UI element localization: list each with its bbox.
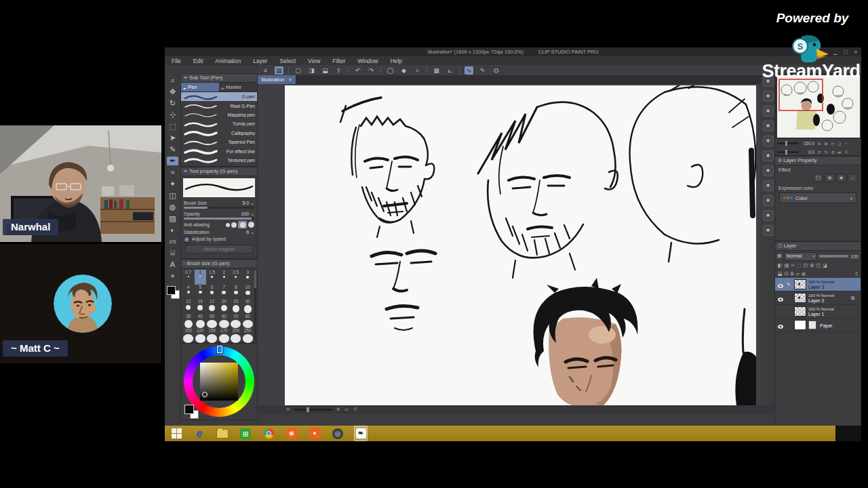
- pen-tool-icon[interactable]: ✒: [167, 157, 178, 165]
- redo-icon[interactable]: ↷: [367, 66, 376, 75]
- menu-view[interactable]: View: [308, 58, 320, 64]
- status-zoom-slider[interactable]: [294, 409, 332, 411]
- layer-tool-icon-3[interactable]: ✂: [791, 263, 795, 268]
- hue-marker[interactable]: [217, 346, 222, 353]
- vector-magnet-button[interactable]: Vector magnet: [185, 245, 253, 253]
- open-file-icon[interactable]: ◨: [307, 66, 316, 75]
- layer-row-layer1[interactable]: 100 % Normal Layer 1: [775, 305, 861, 319]
- brush-size-stepper[interactable]: 5.0⌄: [242, 201, 254, 206]
- status-zoom-in-icon[interactable]: ⊕: [336, 407, 340, 412]
- workspace-icon[interactable]: ▤: [275, 66, 283, 75]
- rotate-tool-icon[interactable]: ↻: [167, 99, 178, 108]
- material-tab-icon-3[interactable]: ▣: [763, 106, 774, 117]
- material-tab-icon-6[interactable]: ▣: [763, 150, 774, 161]
- foreground-color-swatch[interactable]: [184, 405, 194, 414]
- expression-color-dropdown[interactable]: Color ▾: [779, 192, 856, 203]
- brush-size-25[interactable]: 25: [230, 299, 242, 314]
- brush-size-150[interactable]: 150: [206, 328, 218, 343]
- brush-size-50[interactable]: 50: [206, 314, 218, 329]
- layer-action-icon-4[interactable]: ▱: [796, 271, 800, 277]
- effect-button-1[interactable]: ◯: [813, 174, 823, 182]
- brush-item-mapping-pen[interactable]: Mapping pen: [181, 110, 257, 119]
- brush-size-60[interactable]: 60: [218, 314, 231, 329]
- brush-size-30[interactable]: 30: [242, 299, 254, 314]
- spiral-app-icon[interactable]: ◎: [331, 427, 344, 440]
- brush-size-slider[interactable]: [184, 207, 254, 209]
- canvas-tab[interactable]: Illustration ✕: [258, 75, 296, 84]
- brush-size-7[interactable]: 7: [218, 285, 231, 300]
- navigator-rotate-icon-1[interactable]: ↺: [816, 150, 822, 155]
- save-icon[interactable]: ⬓: [321, 66, 330, 75]
- brush-item-for-effect-line[interactable]: For effect line: [181, 146, 257, 155]
- navigator-rotate-icon-4[interactable]: ⇄: [837, 150, 842, 155]
- selection-tool-icon[interactable]: ⬚: [167, 122, 178, 131]
- brush-size-250[interactable]: 250: [242, 328, 254, 343]
- navigator-rotate-icon-2[interactable]: ↻: [823, 150, 829, 155]
- brush-size-2.5[interactable]: 2.5: [230, 270, 242, 285]
- navigator-zoom-icon-1[interactable]: ⊖: [816, 141, 822, 146]
- adjust-by-speed-checkbox[interactable]: ✓: [184, 237, 190, 243]
- foreground-color-swatch[interactable]: [167, 286, 176, 295]
- layer-row-layer3[interactable]: ✎ 100 % Normal Layer 3: [775, 278, 861, 291]
- internet-explorer-icon[interactable]: e: [193, 427, 206, 440]
- pen-pressure-icon[interactable]: ✎: [478, 66, 487, 75]
- menu-window[interactable]: Window: [357, 58, 378, 64]
- layer-opacity-slider[interactable]: [819, 255, 849, 258]
- airbrush-tool-icon[interactable]: ≈: [167, 168, 178, 177]
- layer-action-icon-1[interactable]: ⬓: [778, 271, 783, 277]
- text-tool-icon[interactable]: A: [167, 260, 178, 269]
- brush-size-17[interactable]: 17: [206, 299, 218, 314]
- layer-action-icon-5[interactable]: ◍: [802, 271, 806, 277]
- layer-tool-icon-4[interactable]: ⬚: [797, 263, 802, 268]
- navigator-rotate-slider[interactable]: [777, 151, 799, 153]
- brush-size-170[interactable]: 170: [218, 328, 231, 343]
- brush-size-10[interactable]: 10: [242, 285, 254, 300]
- undo-icon[interactable]: ↶: [353, 66, 362, 75]
- object-tool-icon[interactable]: ➤: [167, 134, 178, 142]
- export-icon[interactable]: ⇪: [334, 66, 343, 75]
- effect-button-3[interactable]: ◉: [836, 174, 846, 182]
- maximize-button[interactable]: ▢: [844, 49, 848, 55]
- blend-tool-icon[interactable]: ◍: [167, 203, 178, 211]
- effect-button-2[interactable]: ▤: [825, 174, 835, 182]
- navigator-zoom-icon-3[interactable]: ▭: [830, 141, 835, 146]
- material-tab-icon-11[interactable]: ▣: [763, 225, 774, 236]
- frame-border-tool-icon[interactable]: ⌸: [167, 249, 178, 258]
- chrome-icon[interactable]: [262, 427, 275, 440]
- material-tab-icon-4[interactable]: ▣: [763, 121, 774, 131]
- brush-size-1[interactable]: 1: [195, 270, 207, 285]
- layer-tool-icon-2[interactable]: ▨: [785, 263, 789, 268]
- brush-size-80[interactable]: 80: [242, 314, 254, 329]
- brush-size-20[interactable]: 20: [218, 299, 231, 314]
- gradient-tool-icon[interactable]: ◐: [167, 226, 178, 235]
- brush-size-40[interactable]: 40: [195, 314, 207, 329]
- layer-tool-icon-5[interactable]: ◰: [804, 263, 808, 268]
- menu-file[interactable]: File: [172, 58, 181, 64]
- brush-item-turnip-pen[interactable]: Turnip pen: [181, 119, 257, 128]
- opacity-stepper[interactable]: 100⌄: [241, 211, 254, 217]
- layer-tool-icon-6[interactable]: ⊞: [810, 263, 814, 268]
- aa-middle-option-selected[interactable]: [238, 221, 247, 228]
- brush-item-g-pen[interactable]: G-pen: [181, 92, 257, 101]
- correct-line-tool-icon[interactable]: ⌖: [167, 272, 178, 281]
- opacity-slider[interactable]: [184, 218, 254, 220]
- menu-edit[interactable]: Edit: [193, 58, 203, 64]
- brush-size-6[interactable]: 6: [206, 285, 218, 300]
- aa-weak-option[interactable]: [231, 222, 237, 228]
- material-tab-icon-8[interactable]: ▣: [763, 180, 774, 191]
- minimize-button[interactable]: ▁: [833, 49, 837, 55]
- layer-tool-icon-7[interactable]: ◫: [816, 263, 821, 268]
- menu-animation[interactable]: Animation: [215, 58, 241, 64]
- brush-size-2[interactable]: 2: [218, 270, 231, 285]
- material-tab-icon-5[interactable]: ▣: [763, 136, 774, 146]
- saturation-value-square[interactable]: [200, 363, 238, 401]
- windows-store-icon[interactable]: ⊞: [239, 427, 252, 440]
- menu-select[interactable]: Select: [279, 58, 296, 64]
- layer-action-icon-3[interactable]: ⧉: [791, 271, 794, 277]
- material-tab-icon-10[interactable]: ▣: [763, 210, 774, 221]
- status-zoom-out-icon[interactable]: ⊖: [286, 407, 290, 412]
- menu-help[interactable]: Help: [390, 58, 401, 64]
- layer-row-paper[interactable]: Paper: [775, 319, 861, 332]
- navigator-zoom-icon-4[interactable]: ◻: [837, 141, 842, 146]
- brush-item-real-g-pen[interactable]: Real G-Pen: [181, 101, 257, 110]
